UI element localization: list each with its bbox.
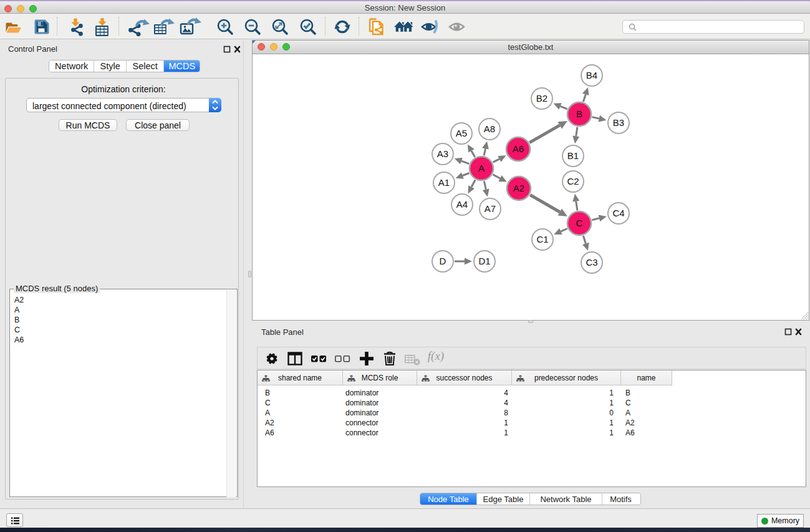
svg-text:D1: D1 — [478, 256, 490, 266]
svg-text:D: D — [440, 256, 446, 266]
svg-text:C4: C4 — [612, 208, 624, 218]
svg-text:C: C — [576, 218, 583, 228]
svg-text:A2: A2 — [513, 183, 524, 193]
svg-text:B4: B4 — [586, 70, 597, 80]
svg-text:B: B — [576, 109, 582, 119]
svg-text:A1: A1 — [438, 177, 450, 188]
svg-text:C1: C1 — [536, 234, 548, 244]
svg-text:A4: A4 — [456, 199, 468, 210]
svg-text:A3: A3 — [437, 148, 448, 159]
svg-text:A7: A7 — [485, 203, 496, 214]
svg-text:B3: B3 — [613, 117, 624, 128]
svg-text:B1: B1 — [567, 150, 579, 161]
svg-text:A6: A6 — [513, 143, 524, 154]
svg-text:C2: C2 — [567, 176, 579, 186]
svg-text:A: A — [478, 163, 485, 173]
svg-text:A5: A5 — [456, 128, 467, 138]
svg-text:A8: A8 — [484, 123, 495, 134]
svg-text:C3: C3 — [586, 257, 597, 268]
svg-text:B2: B2 — [536, 93, 547, 104]
